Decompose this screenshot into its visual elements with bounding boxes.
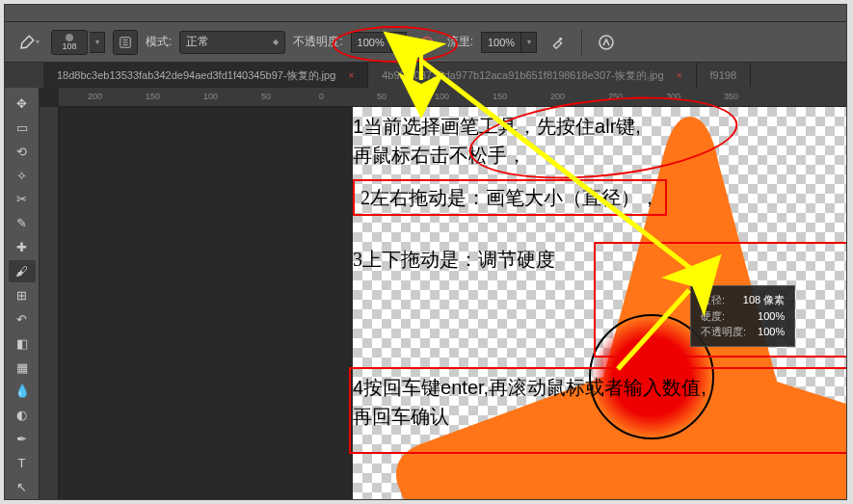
tab-2-label: 4b90f603738da977b12aca91b651f8198618e307… — [382, 69, 663, 81]
mode-label: 模式: — [146, 34, 172, 50]
ellipse-opacity — [333, 26, 458, 63]
brush-tool-icon[interactable]: ▾ — [14, 30, 43, 55]
annotation-4: 4按回车键enter,再滚动鼠标或者输入数值, 再回车确认 — [353, 373, 846, 431]
ruler-tick: 0 — [319, 92, 324, 101]
ruler-tick: 200 — [550, 92, 565, 101]
gradient-tool-icon[interactable]: ▦ — [9, 357, 36, 379]
anno-box-3-area — [594, 242, 846, 358]
dodge-tool-icon[interactable]: ◐ — [9, 404, 36, 426]
document-tab-1[interactable]: 18d8bc3eb13533fab342de94aed3fd1f40345b97… — [43, 63, 368, 89]
brush-size-number: 108 — [62, 41, 76, 51]
tab-3-label: f9198 — [710, 69, 737, 81]
eyedropper-tool-icon[interactable]: ✎ — [9, 212, 36, 234]
tab-1-close-icon[interactable]: × — [348, 70, 354, 81]
annotation-4-line1: 4按回车键enter,再滚动鼠标或者输入数值, — [353, 377, 706, 398]
ruler-tick: 150 — [493, 92, 507, 101]
stamp-tool-icon[interactable]: ⊞ — [9, 284, 36, 306]
marquee-tool-icon[interactable]: ▭ — [9, 117, 36, 139]
ruler-tick: 150 — [146, 92, 160, 101]
ruler-tick: 100 — [203, 92, 218, 101]
brush-preset-arrow[interactable]: ▾ — [90, 32, 105, 53]
flow-arrow[interactable]: ▾ — [521, 32, 537, 53]
annotation-2: 2左右拖动是：画笔大小（直径）， — [353, 179, 667, 216]
history-brush-icon[interactable]: ↶ — [9, 308, 36, 331]
wand-tool-icon[interactable]: ✧ — [9, 165, 36, 187]
annotation-3: 3上下拖动是：调节硬度 — [353, 245, 555, 274]
flow-input[interactable]: 100% — [481, 32, 521, 53]
tab-2-close-icon[interactable]: × — [677, 70, 682, 81]
crop-tool-icon[interactable]: ✂ — [9, 189, 36, 211]
healing-tool-icon[interactable]: ✚ — [9, 236, 36, 258]
svg-point-6 — [600, 36, 613, 49]
airbrush-icon[interactable] — [545, 30, 570, 55]
vertical-ruler — [40, 107, 59, 499]
document-tab-2[interactable]: 4b90f603738da977b12aca91b651f8198618e307… — [368, 63, 696, 89]
ruler-tick: 100 — [435, 92, 449, 101]
move-tool-icon[interactable]: ✥ — [9, 93, 36, 115]
ruler-tick: 50 — [261, 92, 271, 101]
annotation-4-line2: 再回车确认 — [353, 406, 449, 427]
brush-tool-icon-toolbar[interactable]: 🖌 — [9, 260, 36, 282]
tab-1-label: 18d8bc3eb13533fab342de94aed3fd1f40345b97… — [57, 69, 335, 81]
brush-preset-picker[interactable]: 108 — [51, 30, 88, 55]
pen-tool-icon[interactable]: ✒ — [9, 428, 36, 450]
left-toolbar: ✥ ▭ ⟲ ✧ ✂ ✎ ✚ 🖌 ⊞ ↶ ◧ ▦ 💧 ◐ ✒ T ↖ — [5, 88, 40, 499]
brush-panel-toggle[interactable] — [113, 30, 138, 55]
path-tool-icon[interactable]: ↖ — [9, 476, 36, 498]
blend-mode-value: 正常 — [186, 34, 209, 50]
horizontal-ruler: 200 150 100 50 0 50 100 150 200 250 300 … — [59, 88, 846, 107]
eraser-tool-icon[interactable]: ◧ — [9, 332, 36, 355]
document-tab-3[interactable]: f9198 — [697, 64, 752, 87]
lasso-tool-icon[interactable]: ⟲ — [9, 141, 36, 163]
blur-tool-icon[interactable]: 💧 — [9, 381, 36, 403]
svg-point-5 — [560, 38, 562, 40]
ruler-tick: 350 — [724, 92, 738, 101]
menu-bar — [5, 5, 846, 22]
document-tabs: 18d8bc3eb13533fab342de94aed3fd1f40345b97… — [5, 63, 846, 88]
blend-mode-dropdown[interactable]: 正常 ◆ — [179, 31, 285, 54]
tablet-pressure-icon[interactable] — [594, 30, 619, 55]
type-tool-icon[interactable]: T — [9, 452, 36, 474]
canvas-area: 200 150 100 50 0 50 100 150 200 250 300 … — [40, 88, 846, 499]
ruler-tick: 200 — [88, 92, 102, 101]
ruler-tick: 50 — [377, 92, 387, 101]
